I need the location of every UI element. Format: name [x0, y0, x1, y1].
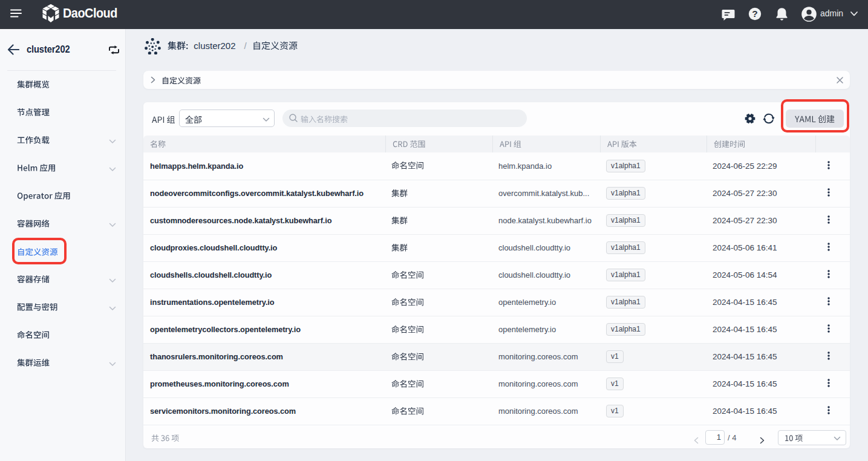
svg-text:?: ? [752, 8, 757, 19]
